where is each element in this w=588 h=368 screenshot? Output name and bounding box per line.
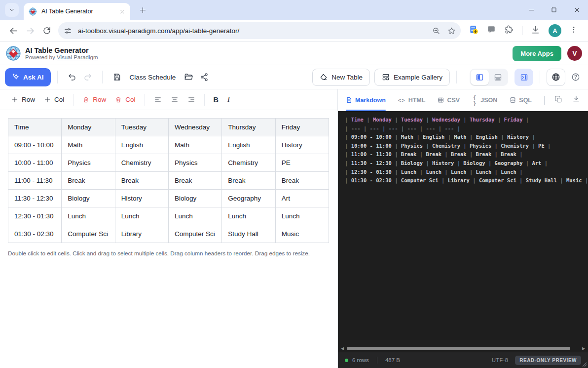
downloads-icon[interactable] (531, 25, 540, 37)
bold-button[interactable]: B (209, 93, 223, 107)
address-bar[interactable]: ai-toolbox.visual-paradigm.com/app/ai-ta… (58, 22, 461, 39)
table-cell[interactable]: History (115, 190, 168, 207)
table-cell[interactable]: Lunch (275, 207, 329, 225)
redo-button[interactable] (80, 69, 96, 85)
table-cell[interactable]: 01:30 - 02:30 (8, 225, 62, 243)
more-apps-button[interactable]: More Apps (513, 46, 561, 61)
table-cell[interactable]: Math (168, 136, 221, 154)
table-cell[interactable]: 09:00 - 10:00 (8, 136, 62, 154)
tab-json[interactable]: { } JSON (472, 89, 497, 111)
table-cell[interactable]: English (115, 136, 168, 154)
table-cell[interactable]: Biology (168, 190, 221, 207)
download-code-icon[interactable] (572, 95, 580, 105)
browser-tab[interactable]: AI Table Generator (24, 3, 130, 20)
table-cell[interactable]: Computer Sci (168, 225, 221, 243)
new-table-button[interactable]: New Table (312, 69, 370, 86)
table-cell[interactable]: Chemistry (222, 154, 275, 172)
visual-paradigm-link[interactable]: Visual Paradigm (57, 54, 98, 60)
tab-sql[interactable]: SQL (510, 89, 532, 111)
delete-row-button[interactable]: Row (78, 93, 110, 106)
table-cell[interactable]: Break (168, 172, 221, 190)
scrollbar-thumb[interactable] (347, 347, 570, 350)
new-tab-button[interactable] (136, 3, 149, 16)
table-cell[interactable]: Lunch (168, 207, 221, 225)
save-button[interactable] (109, 69, 125, 85)
browser-menu-icon[interactable] (570, 26, 578, 36)
reading-list-icon[interactable] (469, 25, 478, 37)
column-header[interactable]: Wednesday (168, 119, 221, 136)
column-header[interactable]: Tuesday (115, 119, 168, 136)
tab-search-button[interactable] (5, 3, 19, 17)
column-header[interactable]: Monday (62, 119, 115, 136)
table-cell[interactable]: History (275, 136, 329, 154)
reload-button[interactable] (38, 22, 55, 39)
column-header[interactable]: Thursday (222, 119, 275, 136)
resize-grip-icon[interactable] (582, 362, 587, 367)
column-header[interactable]: Time (8, 119, 62, 136)
scrollbar-track[interactable] (346, 347, 580, 350)
table-cell[interactable]: 10:00 - 11:00 (8, 154, 62, 172)
profile-avatar[interactable]: A (549, 24, 561, 37)
ask-ai-button[interactable]: Ask AI (5, 68, 51, 86)
align-center-button[interactable] (166, 93, 183, 107)
column-header[interactable]: Friday (275, 119, 329, 136)
schedule-table[interactable]: TimeMondayTuesdayWednesdayThursdayFriday… (8, 118, 329, 243)
open-folder-button[interactable] (181, 69, 196, 85)
table-cell[interactable]: Lunch (62, 207, 115, 225)
table-cell[interactable]: Chemistry (115, 154, 168, 172)
tab-markdown[interactable]: Markdown (346, 89, 386, 111)
split-horizontal-button[interactable] (489, 70, 507, 85)
horizontal-scrollbar[interactable]: ◀ ▶ (338, 345, 588, 352)
help-button[interactable] (568, 70, 583, 84)
tab-close-button[interactable] (117, 7, 126, 16)
scroll-left-arrow[interactable]: ◀ (340, 347, 345, 351)
add-row-button[interactable]: Row (7, 93, 39, 106)
table-cell[interactable]: Biology (62, 190, 115, 207)
table-cell[interactable]: 11:00 - 11:30 (8, 172, 62, 190)
tab-html[interactable]: <> HTML (398, 89, 426, 111)
language-button[interactable] (547, 69, 565, 86)
table-cell[interactable]: Physics (62, 154, 115, 172)
table-cell[interactable]: 11:30 - 12:30 (8, 190, 62, 207)
bookmark-star-icon[interactable] (447, 27, 456, 35)
table-cell[interactable]: Break (115, 172, 168, 190)
forward-button[interactable] (22, 22, 38, 39)
site-settings-icon[interactable] (61, 24, 74, 37)
italic-button[interactable]: I (223, 92, 234, 107)
scroll-right-arrow[interactable]: ▶ (581, 347, 586, 351)
table-cell[interactable]: Library (115, 225, 168, 243)
comment-bubble-icon[interactable] (487, 25, 496, 36)
table-cell[interactable]: Study Hall (222, 225, 275, 243)
add-col-button[interactable]: Col (39, 93, 69, 106)
undo-button[interactable] (64, 69, 80, 85)
example-gallery-button[interactable]: Example Gallery (374, 69, 450, 86)
table-cell[interactable]: Break (62, 172, 115, 190)
document-name[interactable]: Class Schedule (130, 74, 176, 81)
table-cell[interactable]: Lunch (222, 207, 275, 225)
zoom-out-icon[interactable] (432, 27, 441, 35)
table-cell[interactable]: Break (275, 172, 329, 190)
close-window-button[interactable] (565, 0, 588, 20)
align-right-button[interactable] (183, 93, 200, 107)
tab-csv[interactable]: CSV (438, 89, 460, 111)
table-cell[interactable]: PE (275, 154, 329, 172)
table-cell[interactable]: Lunch (115, 207, 168, 225)
table-cell[interactable]: Break (222, 172, 275, 190)
table-cell[interactable]: Geography (222, 190, 275, 207)
table-cell[interactable]: Music (275, 225, 329, 243)
share-button[interactable] (196, 69, 212, 85)
align-left-button[interactable] (149, 93, 166, 107)
toggle-preview-panel-button[interactable] (514, 69, 533, 86)
workspace-avatar[interactable]: V (567, 46, 582, 61)
table-cell[interactable]: English (222, 136, 275, 154)
table-cell[interactable]: Math (62, 136, 115, 154)
table-cell[interactable]: Physics (168, 154, 221, 172)
copy-code-icon[interactable] (554, 95, 562, 105)
url-text[interactable]: ai-toolbox.visual-paradigm.com/app/ai-ta… (78, 27, 425, 35)
table-cell[interactable]: 12:30 - 01:30 (8, 207, 62, 225)
table-cell[interactable]: Art (275, 190, 329, 207)
minimize-button[interactable] (520, 0, 543, 20)
split-vertical-button[interactable] (471, 70, 489, 85)
delete-col-button[interactable]: Col (110, 93, 140, 106)
maximize-button[interactable] (543, 0, 565, 20)
